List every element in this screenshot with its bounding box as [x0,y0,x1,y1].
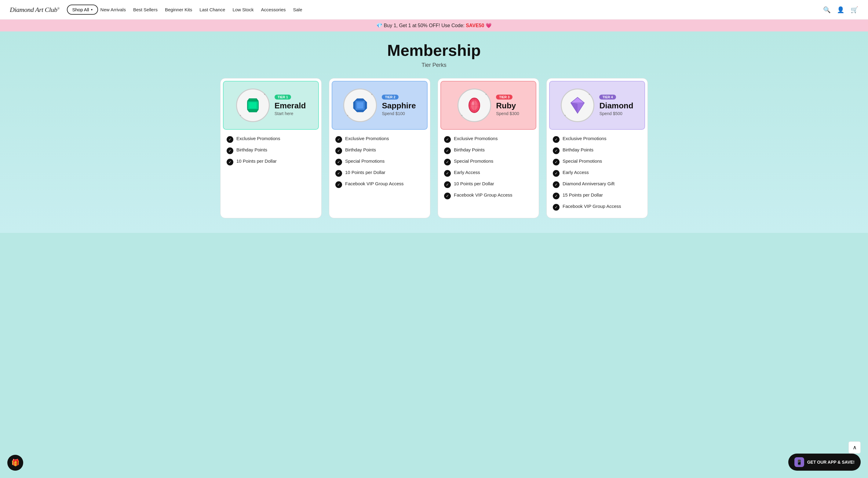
check-icon: ✓ [335,148,342,154]
sapphire-tier-info: TIER 2 Sapphire Spend $100 [382,95,416,116]
nav-link-sale[interactable]: Sale [293,7,302,12]
check-icon: ✓ [553,159,560,165]
tier-header-sapphire: TIER 2 Sapphire Spend $100 [332,81,428,130]
list-item: ✓ Facebook VIP Group Access [444,192,533,199]
tier-card-sapphire: TIER 2 Sapphire Spend $100 ✓ Exclusive P… [329,78,430,218]
emerald-spend: Start here [275,111,306,116]
nav-link-new-arrivals[interactable]: New Arrivals [100,7,126,12]
page-subtitle: Tier Perks [15,62,853,68]
check-icon: ✓ [553,170,560,177]
check-icon: ✓ [444,136,451,143]
list-item: ✓ Exclusive Promotions [444,136,533,143]
tier-card-ruby: TIER 3 Ruby Spend $300 ✓ Exclusive Promo… [438,78,539,218]
check-icon: ✓ [444,159,451,165]
list-item: ✓ Exclusive Promotions [335,136,424,143]
list-item: ✓ Special Promotions [553,158,641,165]
diamond-gem-svg [568,96,587,115]
nav-link-accessories[interactable]: Accessories [261,7,286,12]
check-icon: ✓ [553,204,560,211]
sapphire-gem-svg [350,96,370,115]
diamond-tier-info: TIER 4 Diamond Spend $500 [599,95,633,116]
check-icon: ✓ [444,181,451,188]
sapphire-perks-list: ✓ Exclusive Promotions ✓ Birthday Points… [329,130,430,195]
check-icon: ✓ [553,136,560,143]
tier-header-ruby: TIER 3 Ruby Spend $300 [440,81,536,130]
svg-rect-9 [357,102,363,108]
svg-point-16 [472,102,474,105]
shop-all-button[interactable]: Shop All ▾ [67,5,98,14]
list-item: ✓ Facebook VIP Group Access [335,181,424,188]
cart-icon[interactable]: 🛒 [850,6,858,13]
svg-marker-12 [353,100,355,110]
emerald-tier-info: TIER 1 Emerald Start here [275,95,306,116]
diamond-name: Diamond [599,101,633,110]
svg-rect-1 [249,102,256,108]
app-banner-icon: 📱 [795,457,804,467]
check-icon: ✓ [227,148,233,154]
diamond-badge: TIER 4 [599,95,616,99]
emerald-gem-circle [236,89,270,122]
sapphire-name: Sapphire [382,101,416,110]
nav-links: New Arrivals Best Sellers Beginner Kits … [100,7,823,12]
list-item: ✓ 10 Points per Dollar [444,181,533,188]
sapphire-spend: Spend $100 [382,111,416,116]
nav-link-last-chance[interactable]: Last Chance [199,7,225,12]
promo-banner: 💎 Buy 1, Get 1 at 50% OFF! Use Code: SAV… [0,20,868,31]
nav-link-best-sellers[interactable]: Best Sellers [133,7,158,12]
app-banner[interactable]: 📱 GET OUR APP & SAVE! [788,454,861,471]
promo-code: SAVE50 [466,23,484,28]
list-item: ✓ 10 Points per Dollar [335,170,424,177]
check-icon: ✓ [444,170,451,177]
check-icon: ✓ [227,136,233,143]
svg-marker-20 [571,97,584,103]
tier-card-emerald: TIER 1 Emerald Start here ✓ Exclusive Pr… [220,78,321,218]
ruby-spend: Spend $300 [496,111,519,116]
check-icon: ✓ [553,193,560,199]
list-item: ✓ Diamond Anniversary Gift [553,181,641,188]
list-item: ✓ Exclusive Promotions [227,136,315,143]
main-content: Membership Tier Perks [0,31,868,233]
page-title: Membership [15,41,853,60]
emerald-perks-list: ✓ Exclusive Promotions ✓ Birthday Points… [220,130,321,173]
diamond-spend: Spend $500 [599,111,633,116]
list-item: ✓ 10 Points per Dollar [227,158,315,165]
app-banner-label: GET OUR APP & SAVE! [807,460,855,465]
gift-button[interactable]: 🎁 [7,455,23,471]
check-icon: ✓ [335,170,342,177]
diamond-gem-circle [561,89,594,122]
svg-marker-13 [365,100,367,110]
tier-header-diamond: TIER 4 Diamond Spend $500 [549,81,645,130]
svg-marker-10 [355,99,365,100]
emerald-name: Emerald [275,101,306,110]
ruby-perks-list: ✓ Exclusive Promotions ✓ Birthday Points… [438,130,539,206]
check-icon: ✓ [335,181,342,188]
check-icon: ✓ [227,159,233,165]
tiers-grid: TIER 1 Emerald Start here ✓ Exclusive Pr… [220,78,648,218]
brand-logo[interactable]: Diamond Art Club® [10,6,60,14]
check-icon: ✓ [335,159,342,165]
ruby-gem-circle [458,89,491,122]
search-icon[interactable]: 🔍 [823,6,831,13]
check-icon: ✓ [553,148,560,154]
emerald-gem-svg [243,96,263,115]
check-icon: ✓ [335,136,342,143]
nav-icons: 🔍 👤 🛒 [823,6,858,13]
tier-card-diamond: TIER 4 Diamond Spend $500 ✓ Exclusive Pr… [547,78,648,218]
brand-name: Diamond Art Club [10,6,57,13]
sapphire-badge: TIER 2 [382,95,398,99]
list-item: ✓ 15 Points per Dollar [553,192,641,199]
ruby-name: Ruby [496,101,519,110]
list-item: ✓ Birthday Points [335,147,424,154]
ruby-gem-svg [465,96,484,115]
diamond-perks-list: ✓ Exclusive Promotions ✓ Birthday Points… [547,130,648,218]
list-item: ✓ Early Access [444,170,533,177]
check-icon: ✓ [444,193,451,199]
nav-link-low-stock[interactable]: Low Stock [232,7,253,12]
navbar: Diamond Art Club® Shop All ▾ New Arrival… [0,0,868,20]
sapphire-gem-circle [343,89,377,122]
list-item: ✓ Birthday Points [553,147,641,154]
scroll-top-button[interactable]: ∧ [848,441,861,454]
account-icon[interactable]: 👤 [837,6,844,13]
nav-link-beginner-kits[interactable]: Beginner Kits [165,7,192,12]
list-item: ✓ Early Access [553,170,641,177]
